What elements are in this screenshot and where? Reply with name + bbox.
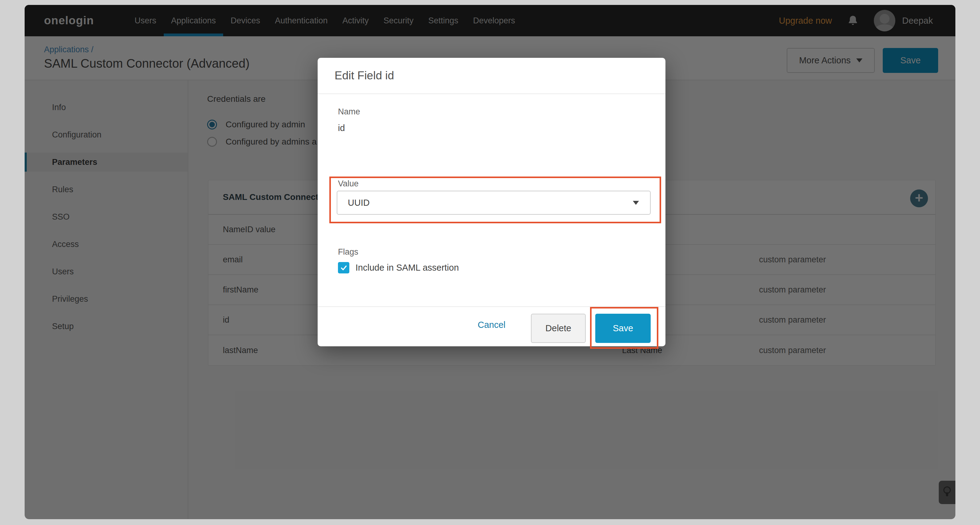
edit-field-modal: Edit Field id Name id Value UUID Flags I… (318, 58, 665, 346)
include-in-saml-assertion-checkbox[interactable]: Include in SAML assertion (338, 262, 459, 273)
cancel-button[interactable]: Cancel (478, 320, 505, 330)
name-label: Name (338, 107, 360, 117)
modal-header-divider (318, 94, 665, 94)
select-caret-icon (633, 201, 639, 205)
modal-footer-divider (318, 306, 665, 307)
value-select[interactable]: UUID (337, 191, 651, 215)
flags-label: Flags (338, 247, 358, 257)
name-value: id (338, 123, 345, 133)
value-select-selected: UUID (348, 198, 370, 208)
delete-button[interactable]: Delete (531, 314, 586, 343)
modal-title: Edit Field id (334, 58, 394, 94)
onelogin-admin-app: onelogin Users Applications Devices Auth… (25, 5, 955, 519)
checkbox-label: Include in SAML assertion (355, 263, 459, 273)
checkbox-checked-icon (338, 262, 349, 273)
value-label: Value (338, 179, 359, 189)
save-button[interactable]: Save (595, 314, 651, 343)
